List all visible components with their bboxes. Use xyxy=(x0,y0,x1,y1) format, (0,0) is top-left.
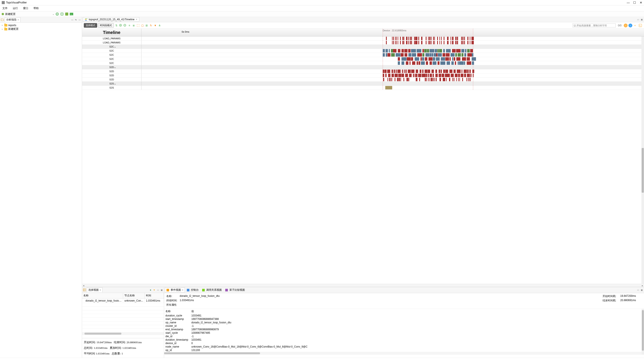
timeline-event-bar[interactable] xyxy=(416,49,421,52)
timeline-event-bar[interactable] xyxy=(451,61,454,65)
timeline-track[interactable] xyxy=(142,65,644,69)
locate-icon[interactable]: ⌖ xyxy=(633,24,637,27)
timeline-event-bar[interactable] xyxy=(422,70,424,73)
timeline-event-bar[interactable] xyxy=(437,41,438,44)
timeline-event-bar[interactable] xyxy=(400,53,404,56)
timeline-track-row[interactable]: S2D xyxy=(82,69,644,74)
timeline-event-bar[interactable] xyxy=(432,61,436,65)
minimize-editor-icon[interactable]: ▭ xyxy=(636,18,640,21)
timeline-event-bar[interactable] xyxy=(409,74,412,77)
timeline-track[interactable] xyxy=(142,78,644,82)
timeline-event-bar[interactable] xyxy=(454,70,456,73)
timeline-event-bar[interactable] xyxy=(420,70,421,73)
timeline-event-bar[interactable] xyxy=(416,78,417,81)
timeline-event-bar[interactable] xyxy=(439,49,442,52)
timeline-event-bar[interactable] xyxy=(470,74,472,77)
timeline-event-bar[interactable] xyxy=(433,41,434,44)
timeline-event-bar[interactable] xyxy=(440,70,442,73)
timeline-event-bar[interactable] xyxy=(383,74,384,77)
menu-window[interactable]: 窗口 xyxy=(22,6,29,10)
zoom-out-icon[interactable] xyxy=(123,24,127,27)
timeline-event-bar[interactable] xyxy=(389,78,390,81)
property-row[interactable]: device_id0 xyxy=(164,342,644,345)
timeline-event-bar[interactable] xyxy=(472,53,473,56)
timeline-track[interactable] xyxy=(142,53,644,57)
timeline-event-bar[interactable] xyxy=(422,74,425,77)
prop-col-name[interactable]: 名称 xyxy=(166,310,191,313)
timeline-event-bar[interactable] xyxy=(443,49,445,52)
close-button[interactable]: ✕ xyxy=(640,1,642,4)
timeline-event-bar[interactable] xyxy=(429,37,430,40)
timeline-event-bar[interactable] xyxy=(461,74,464,77)
props-hscrollbar[interactable] xyxy=(164,352,644,355)
scrollbar-thumb[interactable] xyxy=(642,148,644,192)
timeline-event-bar[interactable] xyxy=(389,49,390,52)
timeline-event-bar[interactable] xyxy=(397,78,398,81)
timeline-event-bar[interactable] xyxy=(451,74,454,77)
timeline-event-bar[interactable] xyxy=(407,57,411,61)
timeline-event-bar[interactable] xyxy=(407,78,408,81)
tree-icon[interactable]: ⋔ xyxy=(158,24,161,27)
timeline-event-bar[interactable] xyxy=(447,41,448,44)
timeline-event-bar[interactable] xyxy=(383,78,384,81)
timeline-event-bar[interactable] xyxy=(432,74,434,77)
timeline-event-bar[interactable] xyxy=(414,37,415,40)
prev-result-button[interactable]: ‹ xyxy=(624,24,628,28)
chevron-down-icon[interactable]: ⌄ xyxy=(114,45,116,48)
timeline-event-bar[interactable] xyxy=(392,74,394,77)
timeline-event-bar[interactable] xyxy=(404,41,404,44)
scroll-right-icon[interactable]: ▸ xyxy=(641,284,644,287)
chevron-down-icon[interactable]: ⌄ xyxy=(114,82,116,85)
timeline-event-bar[interactable] xyxy=(462,78,463,81)
timeline-event-bar[interactable] xyxy=(452,78,453,81)
close-icon[interactable]: × xyxy=(136,18,137,21)
property-row[interactable]: node_nameunknown_Conv_16@ConvBias-0_Mul_… xyxy=(164,345,644,348)
timeline-event-bar[interactable] xyxy=(457,37,458,40)
timeline-event-bar[interactable] xyxy=(422,49,424,52)
timeline-event-bar[interactable] xyxy=(473,41,474,44)
timeline-event-bar[interactable] xyxy=(404,70,405,73)
scrollbar-thumb[interactable] xyxy=(84,333,121,334)
property-row[interactable]: start_timestamp1697708086888947388 xyxy=(164,317,644,321)
timeline-event-bar[interactable] xyxy=(450,41,451,44)
timeline-event-bar[interactable] xyxy=(458,61,459,65)
timeline-event-bar[interactable] xyxy=(434,53,436,56)
timeline-event-bar[interactable] xyxy=(404,37,404,40)
timeline-event-bar[interactable] xyxy=(402,41,403,44)
search-input[interactable] xyxy=(572,24,616,28)
export-excel-icon[interactable]: x xyxy=(149,288,152,292)
menu-file[interactable]: 文件 xyxy=(2,6,8,10)
timeline-track-row[interactable]: S2D xyxy=(82,78,644,82)
timeline-event-bar[interactable] xyxy=(422,57,424,61)
timeline-event-bar[interactable] xyxy=(467,53,472,56)
timeline-event-bar[interactable] xyxy=(445,57,449,61)
property-row[interactable]: cluster_id-1 xyxy=(164,324,644,328)
timeline-event-bar[interactable] xyxy=(426,53,429,56)
timeline-event-bar[interactable] xyxy=(470,78,471,81)
timeline-event-bar[interactable] xyxy=(396,37,396,40)
timeline-event-bar[interactable] xyxy=(408,49,411,52)
timeline-track[interactable] xyxy=(142,49,644,53)
event-view-tab[interactable]: 事件视图 × xyxy=(165,288,185,292)
timeline-event-bar[interactable] xyxy=(400,41,400,44)
timeline-event-bar[interactable] xyxy=(428,70,430,73)
opcompare-tab[interactable]: 算子比较视图 xyxy=(224,288,246,292)
timeline-event-bar[interactable] xyxy=(456,41,456,44)
timeline-event-bar[interactable] xyxy=(468,70,469,73)
timeline-event-bar[interactable] xyxy=(397,70,400,73)
timeline-event-bar[interactable] xyxy=(461,49,464,52)
timeline-tab[interactable]: topsprof_20231120_15_49_41\Timeline × xyxy=(83,17,139,22)
refresh-icon[interactable]: ↻ xyxy=(149,24,153,27)
timeline-track[interactable] xyxy=(142,69,644,73)
timeline-track[interactable] xyxy=(142,57,644,61)
timeline-event-bar[interactable] xyxy=(456,57,460,61)
timeline-event-bar[interactable] xyxy=(436,53,437,56)
table-row[interactable]: dorado_l2_tensor_loop_fusion_d unknown_C… xyxy=(82,298,164,303)
timeline-event-bar[interactable] xyxy=(438,74,441,77)
timeline-track[interactable] xyxy=(142,74,644,77)
menu-run[interactable]: 运行 xyxy=(12,6,18,10)
timeline-event-bar[interactable] xyxy=(386,37,386,40)
timeline-event-bar[interactable] xyxy=(412,53,416,56)
timeline-event-bar[interactable] xyxy=(416,74,417,77)
timeline-event-bar[interactable] xyxy=(446,53,450,56)
